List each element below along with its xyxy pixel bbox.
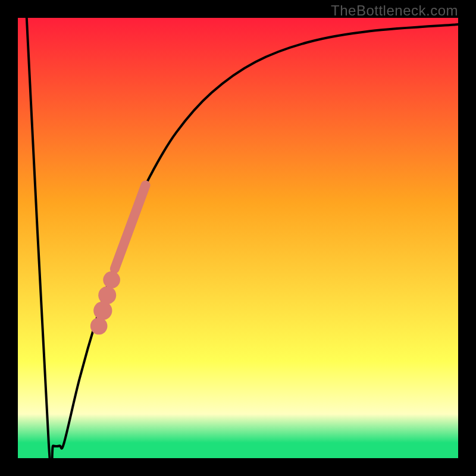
plot-area (18, 18, 458, 458)
source-label: TheBottleneck.com (331, 2, 458, 19)
chart-frame: TheBottleneck.com (0, 0, 476, 476)
highlight-dot (90, 318, 108, 335)
highlight-dot (98, 286, 116, 304)
gradient-background (18, 18, 458, 458)
highlight-dot (103, 271, 120, 289)
chart-svg (18, 18, 458, 458)
highlight-dot (93, 301, 112, 320)
